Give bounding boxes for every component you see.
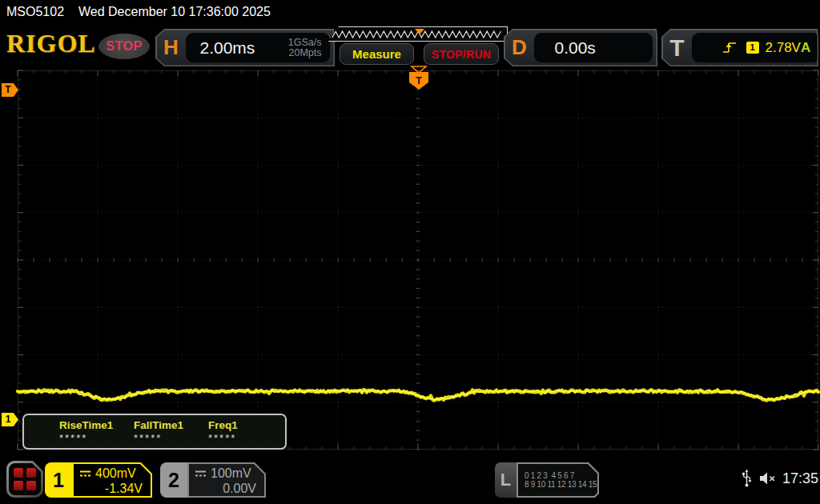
channel2-scale: 100mV (211, 466, 251, 481)
stop-run-button-label: STOP/RUN (432, 48, 492, 61)
measurement-freq: Freq1 ***** (208, 419, 283, 444)
measurement-value: ***** (134, 432, 208, 444)
trigger-level-marker[interactable]: T (2, 83, 18, 97)
digital-channels-row1: 0 1 2 3 4 5 6 7 (525, 471, 574, 480)
memory-zigzag-icon (329, 27, 506, 40)
horizontal-label: H (157, 35, 186, 60)
sample-rate: 1GSa/s (288, 38, 322, 48)
dc-coupling-icon (79, 470, 91, 478)
measure-button-label: Measure (352, 47, 401, 61)
timebase-value: 2.00ms (200, 38, 255, 58)
channel2-number-tab: 2 (160, 462, 187, 498)
delay-value: 0.00s (555, 38, 596, 58)
speaker-muted-icon (759, 471, 777, 486)
bottom-bar: 1 400mV -1.34V 2 (0, 456, 820, 504)
delay-label: D (505, 35, 534, 60)
channel2-offset: 0.00V (189, 482, 256, 496)
model-name: MSO5102 (6, 0, 64, 24)
logic-analyzer-tab: L (495, 462, 517, 498)
logic-analyzer-status-box[interactable]: L 0 1 2 3 4 5 6 7 8 9 10 11 12 13 14 15 (495, 462, 599, 498)
channel-menu-button[interactable] (6, 461, 43, 498)
digital-channel-list: 0 1 2 3 4 5 6 7 8 9 10 11 12 13 14 15 (518, 464, 597, 496)
acquisition-state-label: STOP (106, 39, 142, 54)
measurement-label: Freq1 (208, 419, 283, 431)
grid-squares-icon (9, 463, 41, 495)
channel1-position-marker[interactable]: 1 (2, 413, 18, 426)
channel1-number-tab: 1 (45, 462, 72, 498)
trigger-level-value: 2.78V (766, 40, 801, 56)
trigger-source-badge: 1 (746, 42, 759, 54)
measurement-risetime: RiseTime1 ***** (59, 419, 134, 444)
trigger-mode-auto: A (801, 40, 810, 56)
rising-edge-trigger-icon (722, 41, 738, 54)
stop-run-button[interactable]: STOP/RUN (424, 43, 499, 65)
measurement-label: RiseTime1 (59, 419, 134, 431)
header-bar: RIGOL STOP H 2.00ms 1GSa/s 20Mpts Measur… (0, 26, 820, 70)
horizontal-settings-box[interactable]: H 2.00ms 1GSa/s 20Mpts (155, 29, 335, 66)
trigger-delay-box[interactable]: D 0.00s (504, 29, 657, 66)
digital-channels-row2: 8 9 10 11 12 13 14 15 (525, 480, 597, 489)
channel2-status-box[interactable]: 2 100mV 0.00V (160, 462, 266, 498)
svg-text:T: T (416, 74, 422, 86)
clock: 17:35 (782, 470, 818, 487)
waveform-memory-bar[interactable] (328, 26, 508, 42)
oscilloscope-screen: MSO5102 Wed December 10 17:36:00 2025 RI… (0, 0, 820, 504)
channel1-offset: -1.34V (74, 482, 143, 496)
scope-display: T (18, 70, 818, 450)
sample-rate-readout: 1GSa/s 20Mpts (288, 38, 322, 58)
measurement-falltime: FallTime1 ***** (134, 419, 208, 444)
dc-coupling-icon (195, 470, 207, 478)
usb-device-icon (742, 469, 752, 488)
status-bar: MSO5102 Wed December 10 17:36:00 2025 (0, 0, 820, 26)
measurement-results-panel[interactable]: RiseTime1 ***** FallTime1 ***** Freq1 **… (22, 414, 287, 450)
measurement-value: ***** (208, 432, 283, 444)
waveform-plot: T (18, 70, 818, 450)
channel1-status-box[interactable]: 1 400mV -1.34V (45, 462, 152, 498)
measurement-value: ***** (59, 432, 134, 444)
system-datetime: Wed December 10 17:36:00 2025 (78, 0, 271, 24)
rigol-logo: RIGOL (6, 29, 96, 58)
channel1-scale: 400mV (95, 466, 136, 481)
trigger-settings-box[interactable]: T 1 2.78V A (661, 29, 818, 66)
memory-depth: 20Mpts (288, 48, 322, 58)
measurement-label: FallTime1 (134, 419, 208, 431)
trigger-label: T (663, 34, 692, 62)
acquisition-state-indicator: STOP (98, 34, 150, 59)
measure-button[interactable]: Measure (340, 43, 414, 65)
